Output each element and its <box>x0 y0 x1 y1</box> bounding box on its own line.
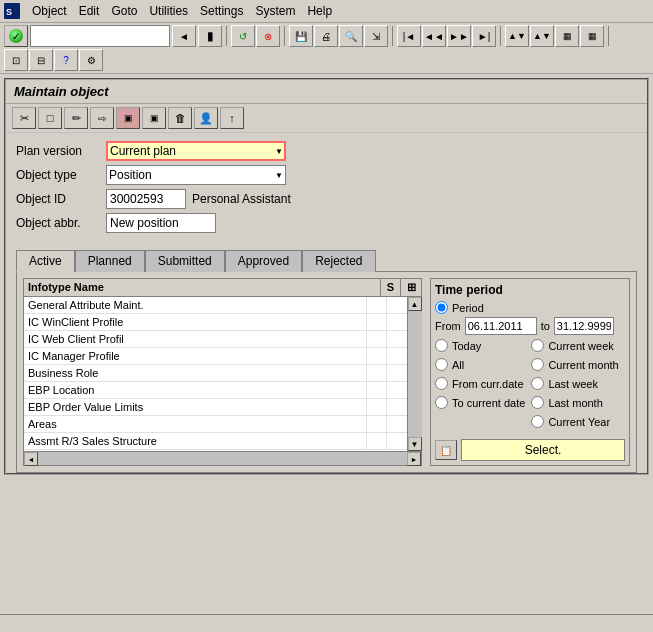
last-week-radio[interactable] <box>531 377 544 390</box>
object-abbr-row: Object abbr. New position <box>16 213 637 233</box>
col-infotype-name: Infotype Name <box>24 279 381 296</box>
block-button[interactable]: ▮ <box>198 25 222 47</box>
tab-rejected[interactable]: Rejected <box>302 250 375 272</box>
cell-name: EBP Order Value Limits <box>24 399 367 415</box>
table-row[interactable]: IC WinClient Profile <box>24 314 407 331</box>
cell-s <box>367 331 387 347</box>
table-row[interactable]: IC Manager Profile <box>24 348 407 365</box>
scroll-left-button[interactable]: ◄ <box>24 452 38 466</box>
download-button[interactable]: ▲▼ <box>530 25 554 47</box>
last-month-radio-row: Last month <box>531 396 618 409</box>
upload-button[interactable]: ▲▼ <box>505 25 529 47</box>
refresh-button[interactable]: ↺ <box>231 25 255 47</box>
today-radio[interactable] <box>435 339 448 352</box>
table-row[interactable]: Business Role <box>24 365 407 382</box>
select-button[interactable]: Select. <box>461 439 625 461</box>
first-button[interactable]: |◄ <box>397 25 421 47</box>
tab-planned[interactable]: Planned <box>75 250 145 272</box>
curr-year-radio[interactable] <box>531 415 544 428</box>
scissors-button[interactable]: ✂ <box>12 107 36 129</box>
delimt-button[interactable]: ▣ <box>116 107 140 129</box>
toolbar: ✓ ◄ ▮ ↺ ⊗ 💾 🖨 🔍 ⇲ |◄ ◄◄ ►► ►| ▲▼ ▲▼ ▦ ▦ … <box>0 23 653 74</box>
scroll-track[interactable] <box>408 311 422 437</box>
object-id-description: Personal Assistant <box>192 192 291 206</box>
period-radio[interactable] <box>435 301 448 314</box>
delimit2-button[interactable]: ▣ <box>142 107 166 129</box>
menu-help[interactable]: Help <box>301 2 338 20</box>
period-radio-label: Period <box>452 302 484 314</box>
table-row[interactable]: EBP Location <box>24 382 407 399</box>
prev-button[interactable]: ◄◄ <box>422 25 446 47</box>
object-id-input[interactable]: 30002593 <box>106 189 186 209</box>
expand-button[interactable]: ⊡ <box>4 49 28 71</box>
table-row[interactable]: General Attribute Maint. <box>24 297 407 314</box>
new-button[interactable]: □ <box>38 107 62 129</box>
select-icon-button[interactable]: 📋 <box>435 440 457 460</box>
time-period-title: Time period <box>435 283 625 297</box>
layout2-button[interactable]: ▦ <box>580 25 604 47</box>
save-button[interactable]: 💾 <box>289 25 313 47</box>
tab-active[interactable]: Active <box>16 250 75 272</box>
menu-system[interactable]: System <box>249 2 301 20</box>
to-curr-radio[interactable] <box>435 396 448 409</box>
customize-button[interactable]: ⚙ <box>79 49 103 71</box>
plan-version-select[interactable]: Current plan <box>106 141 286 161</box>
delimit2-icon: ▣ <box>150 113 159 123</box>
select-button-row: 📋 Select. <box>435 439 625 461</box>
curr-month-label: Current month <box>548 359 618 371</box>
tab-approved[interactable]: Approved <box>225 250 302 272</box>
scroll-right-button[interactable]: ► <box>407 452 421 466</box>
tab-submitted[interactable]: Submitted <box>145 250 225 272</box>
stop-icon: ⊗ <box>264 31 272 42</box>
to-date-input[interactable] <box>554 317 614 335</box>
separator-2 <box>284 26 285 46</box>
layout-button[interactable]: ▦ <box>555 25 579 47</box>
customize-icon: ⚙ <box>87 55 96 66</box>
back-button[interactable]: ◄ <box>172 25 196 47</box>
menu-object[interactable]: Object <box>26 2 73 20</box>
command-input[interactable] <box>30 25 170 47</box>
object-abbr-input[interactable]: New position <box>106 213 216 233</box>
all-radio[interactable] <box>435 358 448 371</box>
check-button[interactable]: ✓ <box>4 25 28 47</box>
help2-button[interactable]: ? <box>54 49 78 71</box>
table-row[interactable]: EBP Order Value Limits <box>24 399 407 416</box>
scroll-up-button[interactable]: ▲ <box>408 297 422 311</box>
help-circle-icon: ? <box>63 55 69 66</box>
object-type-select[interactable]: Position <box>106 165 286 185</box>
from-curr-radio[interactable] <box>435 377 448 390</box>
col-s: S <box>381 279 401 296</box>
curr-month-radio[interactable] <box>531 358 544 371</box>
menu-utilities[interactable]: Utilities <box>143 2 194 20</box>
last-button[interactable]: ►| <box>472 25 496 47</box>
period-from-to-row: From to <box>435 317 625 335</box>
table-row[interactable]: Assmt R/3 Sales Structure <box>24 433 407 450</box>
print-button[interactable]: 🖨 <box>314 25 338 47</box>
find-next-button[interactable]: ⇲ <box>364 25 388 47</box>
to-curr-radio-row: To current date <box>435 396 525 409</box>
menu-goto[interactable]: Goto <box>105 2 143 20</box>
table-row[interactable]: IC Web Client Profil <box>24 331 407 348</box>
object-id-label: Object ID <box>16 192 106 206</box>
find-button[interactable]: 🔍 <box>339 25 363 47</box>
stop-button[interactable]: ⊗ <box>256 25 280 47</box>
h-scroll-track[interactable] <box>38 452 407 465</box>
menu-edit[interactable]: Edit <box>73 2 106 20</box>
scroll-up-icon: ▲ <box>411 300 419 309</box>
separator-1 <box>226 26 227 46</box>
last-month-radio[interactable] <box>531 396 544 409</box>
curr-week-radio[interactable] <box>531 339 544 352</box>
table-row[interactable]: Areas <box>24 416 407 433</box>
object-type-row: Object type Position <box>16 165 637 185</box>
scroll-down-button[interactable]: ▼ <box>408 437 422 451</box>
delete-button[interactable]: 🗑 <box>168 107 192 129</box>
overview-button[interactable]: 👤 <box>194 107 218 129</box>
copy-button[interactable]: ⇨ <box>90 107 114 129</box>
contract-button[interactable]: ⊟ <box>29 49 53 71</box>
next-button[interactable]: ►► <box>447 25 471 47</box>
up-button[interactable]: ↑ <box>220 107 244 129</box>
edit-button[interactable]: ✏ <box>64 107 88 129</box>
menu-settings[interactable]: Settings <box>194 2 249 20</box>
to-label: to <box>541 320 550 332</box>
from-date-input[interactable] <box>465 317 537 335</box>
